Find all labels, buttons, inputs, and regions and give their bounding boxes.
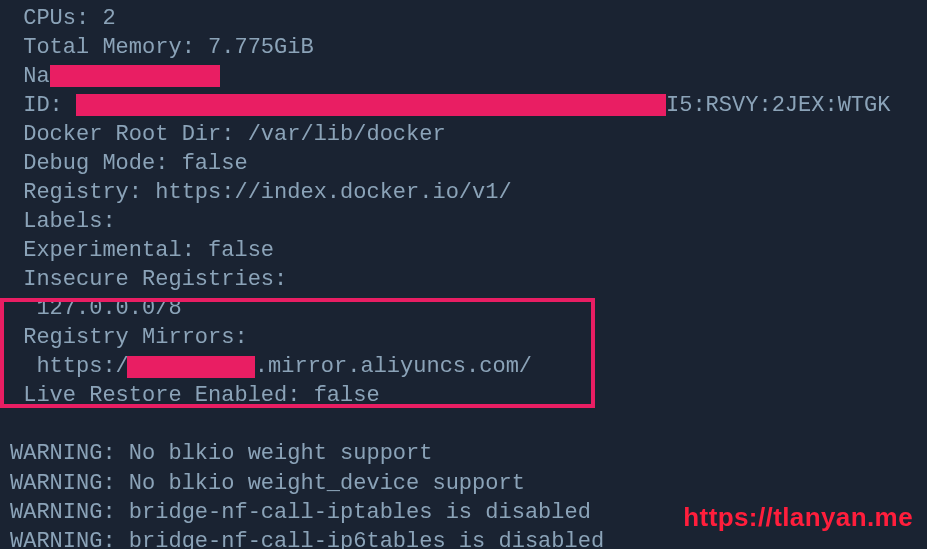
name-prefix: Na — [10, 64, 50, 89]
registry-line: Registry: https://index.docker.io/v1/ — [10, 178, 917, 207]
mirrors-header-line: Registry Mirrors: — [10, 323, 917, 352]
redacted-mirror — [127, 356, 255, 378]
redacted-name — [50, 65, 220, 87]
id-line: ID: I5:RSVY:2JEX:WTGK — [10, 91, 917, 120]
insecure-header-line: Insecure Registries: — [10, 265, 917, 294]
insecure-entry-line: 127.0.0.0/8 — [10, 294, 917, 323]
name-line: Na — [10, 62, 917, 91]
blank-line — [10, 410, 917, 439]
labels-line: Labels: — [10, 207, 917, 236]
id-suffix: I5:RSVY:2JEX:WTGK — [666, 93, 890, 118]
warning-1: WARNING: No blkio weight support — [10, 439, 917, 468]
id-prefix: ID: — [10, 93, 76, 118]
cpus-line: CPUs: 2 — [10, 4, 917, 33]
redacted-id — [76, 94, 666, 116]
watermark: https://tlanyan.me — [683, 500, 913, 534]
docker-root-line: Docker Root Dir: /var/lib/docker — [10, 120, 917, 149]
warning-2: WARNING: No blkio weight_device support — [10, 469, 917, 498]
debug-mode-line: Debug Mode: false — [10, 149, 917, 178]
mirror-entry-line: https:/.mirror.aliyuncs.com/ — [10, 352, 917, 381]
experimental-line: Experimental: false — [10, 236, 917, 265]
memory-line: Total Memory: 7.775GiB — [10, 33, 917, 62]
mirror-prefix: https:/ — [10, 354, 129, 379]
mirror-suffix: .mirror.aliyuncs.com/ — [255, 354, 532, 379]
live-restore-line: Live Restore Enabled: false — [10, 381, 917, 410]
